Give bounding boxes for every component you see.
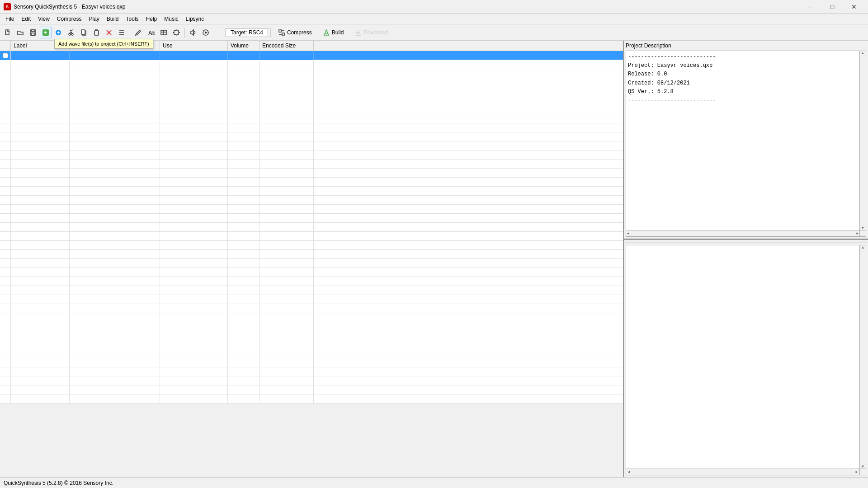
menu-build[interactable]: Build — [103, 14, 123, 24]
compress-action-button[interactable]: Compress — [273, 27, 317, 38]
svg-text:Abc: Abc — [148, 30, 155, 36]
menu-file[interactable]: File — [2, 14, 18, 24]
table-row[interactable] — [0, 105, 623, 114]
table-row[interactable] — [0, 141, 623, 150]
table-row[interactable] — [0, 232, 623, 241]
table-row[interactable] — [0, 51, 623, 60]
table-row[interactable] — [0, 150, 623, 160]
table-row[interactable] — [0, 394, 623, 404]
new-button[interactable] — [2, 27, 14, 38]
table-row[interactable] — [0, 340, 623, 349]
menu-compress[interactable]: Compress — [53, 14, 85, 24]
bottom-scroll-left-arrow[interactable]: ◄ — [627, 470, 631, 474]
open-button[interactable] — [14, 27, 26, 38]
add-wave-button[interactable]: + — [40, 27, 52, 38]
menu-play[interactable]: Play — [85, 14, 103, 24]
maximize-button[interactable]: □ — [822, 0, 843, 14]
table-row[interactable] — [0, 331, 623, 340]
cut-button[interactable] — [65, 27, 77, 38]
download-action-button[interactable]: Download — [349, 27, 392, 38]
list-button[interactable] — [116, 27, 127, 38]
table-row[interactable] — [0, 268, 623, 277]
table-row[interactable] — [0, 60, 623, 69]
table-row[interactable] — [0, 313, 623, 322]
table-row[interactable] — [0, 114, 623, 123]
table-row[interactable] — [0, 241, 623, 250]
svg-marker-26 — [191, 30, 193, 35]
bottom-right-content: ▲ ▼ ◄ ► — [626, 245, 866, 475]
scroll-left-arrow[interactable]: ◄ — [627, 231, 629, 235]
menu-bar: File Edit View Compress Play Build Tools… — [0, 14, 868, 24]
scrollbar-right[interactable]: ▲ ▼ — [859, 51, 866, 230]
delete-button[interactable] — [103, 27, 115, 38]
menu-help[interactable]: Help — [142, 14, 161, 24]
table-row[interactable] — [0, 196, 623, 205]
table-row[interactable] — [0, 304, 623, 313]
table-row[interactable] — [0, 178, 623, 187]
table-row[interactable] — [0, 87, 623, 96]
menu-edit[interactable]: Edit — [18, 14, 34, 24]
table-row[interactable] — [0, 214, 623, 223]
table-row[interactable] — [0, 187, 623, 196]
build-action-button[interactable]: Build — [318, 27, 349, 38]
svg-point-8 — [69, 33, 71, 35]
desc-line: --------------------------- — [628, 96, 864, 105]
title-bar-left: S Sensory QuickSynthesis 5 - Easyvr voic… — [4, 3, 125, 10]
table-row[interactable] — [0, 250, 623, 259]
table-row[interactable] — [0, 322, 623, 331]
table-container — [0, 51, 623, 477]
encoded-size-header: Encoded Size — [259, 41, 314, 51]
paste-button[interactable] — [90, 27, 102, 38]
table-row[interactable] — [0, 132, 623, 141]
copy-button[interactable] — [78, 27, 90, 38]
menu-lipsync[interactable]: Lipsync — [182, 14, 208, 24]
menu-tools[interactable]: Tools — [123, 14, 142, 24]
bottom-scroll-up-arrow[interactable]: ▲ — [861, 245, 865, 249]
scrollbar-bottom[interactable]: ◄ ► — [626, 230, 859, 236]
menu-view[interactable]: View — [34, 14, 53, 24]
pencil-button[interactable] — [132, 27, 144, 38]
table-row[interactable] — [0, 277, 623, 286]
scroll-right-arrow[interactable]: ► — [856, 231, 859, 235]
bottom-scrollbar-bottom[interactable]: ◄ ► — [626, 469, 859, 475]
bottom-scrollbar-right[interactable]: ▲ ▼ — [859, 245, 866, 469]
table-row[interactable] — [0, 223, 623, 232]
scroll-up-arrow[interactable]: ▲ — [862, 51, 864, 55]
table-row[interactable] — [0, 259, 623, 268]
table-row[interactable] — [0, 286, 623, 295]
toolbar-sep-3 — [214, 28, 214, 38]
app-icon: S — [4, 3, 11, 10]
table-row[interactable] — [0, 123, 623, 132]
table-row[interactable] — [0, 96, 623, 105]
save-button[interactable] — [27, 27, 39, 38]
row-checkbox[interactable] — [3, 53, 8, 58]
table-row[interactable] — [0, 78, 623, 87]
minimize-button[interactable]: ─ — [800, 0, 821, 14]
title-bar-controls: ─ □ ✕ — [800, 0, 864, 14]
svg-rect-2 — [32, 30, 34, 32]
bottom-scroll-right-arrow[interactable]: ► — [855, 470, 859, 474]
play-button[interactable] — [200, 27, 212, 38]
settings-button[interactable] — [170, 27, 182, 38]
table-row[interactable] — [0, 295, 623, 304]
menu-music[interactable]: Music — [160, 14, 182, 24]
table-row[interactable] — [0, 358, 623, 367]
project-description-label: Project Description — [626, 42, 866, 49]
table-row[interactable] — [0, 367, 623, 376]
volume-button[interactable] — [187, 27, 199, 38]
bottom-scroll-down-arrow[interactable]: ▼ — [861, 465, 865, 469]
table-row[interactable] — [0, 349, 623, 358]
table-row[interactable] — [0, 69, 623, 78]
table-row[interactable] — [0, 385, 623, 394]
table-row[interactable] — [0, 169, 623, 178]
close-button[interactable]: ✕ — [844, 0, 864, 14]
scroll-down-arrow[interactable]: ▼ — [862, 226, 864, 230]
svg-rect-29 — [279, 30, 281, 32]
table-row[interactable] — [0, 376, 623, 385]
compress-label: Compress — [287, 29, 312, 36]
text-button[interactable]: Abc — [145, 27, 157, 38]
table-row[interactable] — [0, 160, 623, 169]
insert-button[interactable]: + — [52, 27, 64, 38]
table-button[interactable] — [158, 27, 170, 38]
table-row[interactable] — [0, 205, 623, 214]
